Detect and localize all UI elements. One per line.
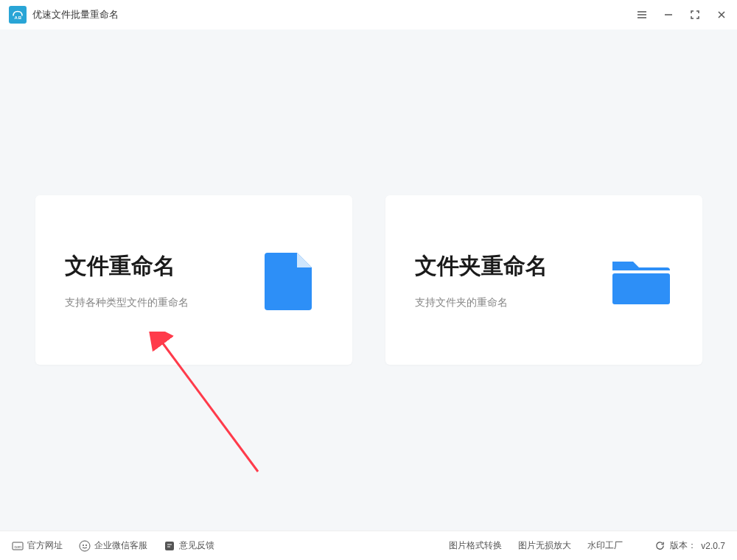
svg-text:com: com <box>15 545 21 549</box>
svg-point-9 <box>85 545 87 546</box>
svg-rect-2 <box>612 273 670 304</box>
version-value: v2.0.7 <box>701 541 725 551</box>
feedback-icon <box>164 540 175 552</box>
folder-rename-subtitle: 支持文件夹的重命名 <box>415 296 592 309</box>
footer: com 官方网址 企业微信客服 意见反馈 图片格式转换 图片无损放大 水印工厂 … <box>0 531 737 560</box>
menu-button[interactable] <box>635 8 649 21</box>
file-rename-card[interactable]: 文件重命名 支持各种类型文件的重命名 <box>35 195 352 365</box>
close-button[interactable] <box>715 8 728 21</box>
wechat-support-link[interactable]: 企业微信客服 <box>79 539 147 552</box>
minimize-button[interactable] <box>662 8 675 21</box>
app-icon: A B <box>9 6 27 24</box>
version-area: 版本：v2.0.7 <box>654 539 725 552</box>
version-label: 版本： <box>670 539 696 552</box>
official-site-link[interactable]: com 官方网址 <box>12 539 63 552</box>
wechat-support-label: 企业微信客服 <box>94 539 147 552</box>
main-area: 文件重命名 支持各种类型文件的重命名 文件夹重命名 支持文件夹的重命名 <box>0 29 737 531</box>
file-rename-title: 文件重命名 <box>65 251 242 281</box>
file-rename-subtitle: 支持各种类型文件的重命名 <box>65 296 242 309</box>
folder-rename-title: 文件夹重命名 <box>415 251 592 281</box>
svg-text:B: B <box>18 15 22 20</box>
file-icon <box>256 247 323 313</box>
image-convert-link[interactable]: 图片格式转换 <box>449 539 502 552</box>
svg-point-8 <box>83 545 84 546</box>
titlebar: A B 优速文件批量重命名 <box>0 0 737 29</box>
titlebar-controls <box>635 8 728 21</box>
folder-rename-card[interactable]: 文件夹重命名 支持文件夹的重命名 <box>385 195 702 365</box>
maximize-button[interactable] <box>688 8 702 21</box>
website-icon: com <box>12 540 24 552</box>
app-title: 优速文件批量重命名 <box>32 8 119 21</box>
feedback-label: 意见反馈 <box>179 539 214 552</box>
image-enlarge-link[interactable]: 图片无损放大 <box>518 539 571 552</box>
folder-icon <box>607 247 673 313</box>
svg-point-7 <box>80 541 90 551</box>
svg-rect-3 <box>612 270 670 273</box>
official-site-label: 官方网址 <box>27 539 63 552</box>
feedback-link[interactable]: 意见反馈 <box>164 539 214 552</box>
watermark-link[interactable]: 水印工厂 <box>587 539 623 552</box>
refresh-icon[interactable] <box>654 540 666 552</box>
svg-text:A: A <box>15 15 18 20</box>
svg-rect-10 <box>165 542 174 550</box>
wechat-icon <box>79 540 91 552</box>
